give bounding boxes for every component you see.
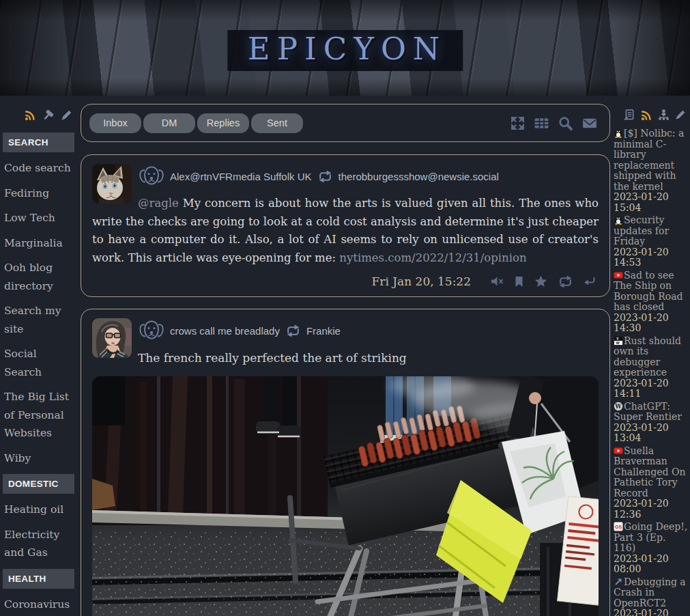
tab-replies[interactable]: Replies <box>197 113 249 133</box>
newswire-item-title[interactable]: Going Deep!, Part 3 (Ep. 116) <box>614 521 687 553</box>
newswire-item-title[interactable]: Rust should own its debugger experience <box>614 335 681 378</box>
sidebar-item-big-list[interactable]: The Big List of Personal Websites <box>0 388 77 443</box>
newswire-column: [$] Nolibc: a minimal C-library replacem… <box>614 104 690 616</box>
boosted-author[interactable]: therobburgessshow@newsie.social <box>339 171 499 182</box>
newswire-item-date: 2023-01-20 07:48 <box>614 608 688 616</box>
wordpress-favicon-icon: W <box>614 402 623 411</box>
newswire-item-title[interactable]: Debugging a Crash in OpenRCT2 <box>614 576 686 608</box>
mute-icon[interactable] <box>491 275 504 288</box>
bookmark-icon[interactable] <box>514 276 524 288</box>
pen-icon[interactable] <box>60 109 73 122</box>
post-link[interactable]: nytimes.com/2022/12/31/opinion <box>339 251 526 264</box>
rss-icon[interactable] <box>24 109 37 122</box>
dog-avatar-icon[interactable] <box>138 164 165 189</box>
newswire-item-title[interactable]: ChatGPT: Super Rentier <box>614 401 682 423</box>
newswire-item-date: 2023-01-20 12:36 <box>614 499 688 520</box>
sidebar-item-wiby[interactable]: Wiby <box>0 449 77 468</box>
timeline-column: Inbox DM Replies Sent <box>81 104 610 616</box>
newswire-item-title[interactable]: Suella Braverman Challenged On Pathetic … <box>614 445 686 499</box>
newswire-item: Debugging a Crash in OpenRCT2 2023-01-20… <box>614 577 688 616</box>
newswire-item-date: 2023-01-20 08:00 <box>614 554 688 575</box>
sidebar-item-coronavirus[interactable]: Coronavirus statistics <box>0 596 77 616</box>
newswire-item-date: 2023-01-20 14:30 <box>614 313 688 334</box>
boost-icon <box>285 324 301 337</box>
svg-text:W: W <box>616 341 620 345</box>
sidebar-header-search: SEARCH <box>3 132 74 152</box>
newswire-item: GSGoing Deep!, Part 3 (Ep. 116) 2023-01-… <box>614 522 688 575</box>
avatar[interactable] <box>92 318 132 358</box>
post-date[interactable]: Fri Jan 20, 15:22 <box>372 275 472 288</box>
post: crows call me breadlady Frankie The fren… <box>81 309 610 616</box>
banner-image[interactable]: EPICYON <box>0 0 690 96</box>
rss-icon[interactable] <box>640 109 653 122</box>
newswire-item-date: 2023-01-20 15:04 <box>614 192 688 213</box>
newswire-item: Security updates for Friday 2023-01-20 1… <box>614 215 688 268</box>
tab-dm[interactable]: DM <box>143 113 195 133</box>
sidebar-item-ooh-blog-directory[interactable]: Ooh blog directory <box>0 259 77 295</box>
newswire-item-date: 2023-01-20 14:53 <box>614 247 688 268</box>
dog-avatar-icon[interactable] <box>138 318 165 344</box>
gs-favicon-icon: GS <box>614 522 623 531</box>
sidebar-item-electricity-gas[interactable]: Electricity and Gas <box>0 526 77 562</box>
sidebar-item-search-my-site[interactable]: Search my site <box>0 302 77 338</box>
newswire-item-title[interactable]: Sad to see The Ship on Borough Road has … <box>614 270 683 313</box>
newswire-item: WChatGPT: Super Rentier 2023-01-20 13:04 <box>614 402 688 444</box>
svg-text:GS: GS <box>615 524 622 529</box>
post-attached-image[interactable] <box>92 376 599 616</box>
avatar[interactable] <box>92 164 132 204</box>
newswire-item-date: 2023-01-20 14:11 <box>614 378 688 400</box>
boosted-author[interactable]: Frankie <box>306 325 341 337</box>
site-title[interactable]: EPICYON <box>227 30 463 71</box>
reply-icon[interactable] <box>584 276 596 287</box>
post: Alex@rtnVFRmedia Suffolk UK therobburges… <box>81 154 610 297</box>
repeat-icon[interactable] <box>558 275 573 288</box>
sidebar-item-marginalia[interactable]: Marginalia <box>0 234 77 253</box>
yw-favicon-icon: YW <box>614 336 623 346</box>
sidebar-item-heating-oil[interactable]: Heating oil <box>0 501 77 519</box>
sidebar-item-low-tech[interactable]: Low Tech <box>0 209 77 227</box>
hammer-icon[interactable] <box>42 108 55 122</box>
newswire-item: [$] Nolibc: a minimal C-library replacem… <box>614 128 688 213</box>
envelope-icon[interactable] <box>581 115 599 132</box>
sitemap-icon[interactable] <box>657 109 670 122</box>
pen-icon[interactable] <box>674 109 687 121</box>
sidebar-item-social-search[interactable]: Social Search <box>0 345 77 381</box>
newswire-item-title[interactable]: [$] Nolibc: a minimal C-library replacem… <box>614 128 684 192</box>
tab-sent[interactable]: Sent <box>251 113 303 133</box>
sidebar-item-fediring[interactable]: Fediring <box>0 184 77 203</box>
search-icon[interactable] <box>557 115 574 132</box>
expand-icon[interactable] <box>509 115 526 132</box>
post-content: @ragle My concern is about how the arts … <box>92 195 599 267</box>
post-author[interactable]: crows call me breadlady <box>170 325 280 337</box>
svg-text:W: W <box>614 403 622 410</box>
post-text: The french really perfected the art of s… <box>92 349 599 367</box>
youtube-favicon-icon <box>614 446 623 456</box>
tux-favicon-icon <box>614 215 623 225</box>
form-icon[interactable] <box>623 109 636 122</box>
timeline-header: Inbox DM Replies Sent <box>81 104 610 142</box>
boost-icon <box>317 170 333 183</box>
links-column: SEARCH Code search Fediring Low Tech Mar… <box>0 104 77 616</box>
tab-inbox[interactable]: Inbox <box>89 113 141 133</box>
external-link-favicon-icon <box>614 577 623 587</box>
table-icon[interactable] <box>533 115 550 132</box>
sidebar-header-domestic: DOMESTIC <box>3 474 74 494</box>
youtube-favicon-icon <box>614 270 623 280</box>
newswire-item: Sad to see The Ship on Borough Road has … <box>614 270 688 334</box>
mention-link[interactable]: @ragle <box>138 197 179 210</box>
sidebar-item-code-search[interactable]: Code search <box>0 159 77 178</box>
post-author[interactable]: Alex@rtnVFRmedia Suffolk UK <box>170 171 312 182</box>
sidebar-header-health: HEALTH <box>3 569 74 589</box>
tux-favicon-icon <box>614 128 623 138</box>
newswire-item: Suella Braverman Challenged On Pathetic … <box>614 446 688 520</box>
newswire-item-date: 2023-01-20 13:04 <box>614 423 688 444</box>
newswire-item: YWRust should own its debugger experienc… <box>614 336 688 400</box>
star-icon[interactable] <box>534 275 547 288</box>
